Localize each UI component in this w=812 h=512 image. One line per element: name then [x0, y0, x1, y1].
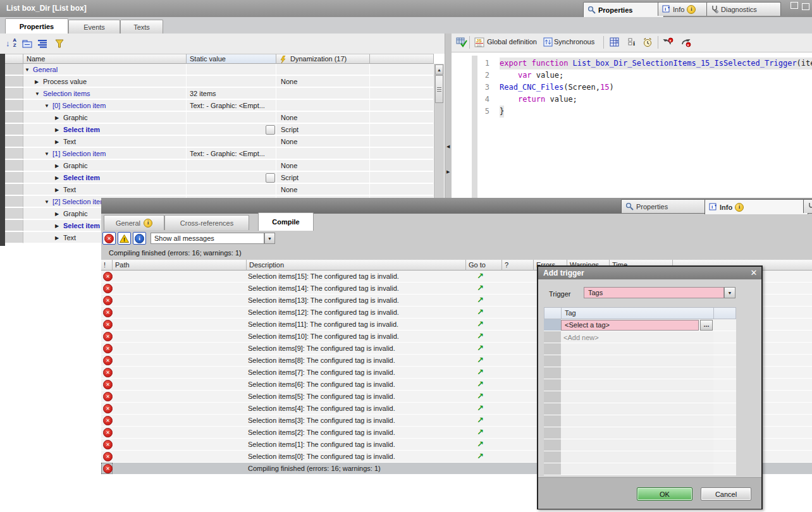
tab-diagnostics-top[interactable]: Diagnostics: [706, 2, 781, 16]
row-selector[interactable]: [5, 88, 23, 99]
expand-arrow-icon[interactable]: ▶: [55, 235, 59, 241]
tree-row[interactable]: ▼Selection items32 items: [5, 88, 434, 100]
goto-arrow-icon[interactable]: ↗: [477, 427, 484, 437]
insert-table-icon[interactable]: 1: [608, 36, 621, 49]
row-selector[interactable]: [5, 112, 23, 123]
tree-name-cell[interactable]: ▼General: [23, 64, 187, 75]
goto-arrow-icon[interactable]: ↗: [477, 439, 484, 449]
code-line[interactable]: 1export function List_box_Dir_SelectionI…: [452, 58, 812, 70]
tree-dyn-cell[interactable]: [276, 148, 370, 159]
dropdown-arrow-icon[interactable]: ▼: [264, 233, 275, 244]
goto-arrow-icon[interactable]: ↗: [477, 271, 484, 281]
goto-arrow-icon[interactable]: ↗: [477, 391, 484, 401]
tree-row[interactable]: ▼[1] Selection itemText: - Graphic: <Emp…: [5, 148, 434, 160]
message-filter-dropdown[interactable]: Show all messages: [151, 233, 264, 244]
row-selector[interactable]: [544, 319, 561, 331]
tree-static-cell[interactable]: [187, 76, 276, 87]
row-selector[interactable]: [544, 379, 561, 391]
tree-header-static-value[interactable]: Static value: [187, 54, 276, 64]
tree-static-cell[interactable]: [187, 64, 276, 75]
tree-static-cell[interactable]: Text: - Graphic: <Empt...: [187, 100, 276, 111]
collapse-arrow-icon[interactable]: ▼: [35, 91, 40, 97]
goto-arrow-icon[interactable]: ↗: [477, 355, 484, 365]
tree-static-cell[interactable]: Text: - Graphic: <Empt...: [187, 148, 276, 159]
window-controls[interactable]: [790, 3, 809, 10]
collapse-arrow-icon[interactable]: ▼: [44, 103, 49, 109]
tree-name-cell[interactable]: ▶Process value: [23, 76, 187, 87]
expand-arrow-icon[interactable]: ▶: [55, 115, 59, 121]
row-selector[interactable]: [5, 100, 23, 111]
goto-arrow-icon[interactable]: ↗: [477, 295, 484, 305]
tree-name-cell[interactable]: ▶Text: [23, 184, 187, 195]
tree-static-cell[interactable]: [187, 172, 276, 183]
select-tag-field[interactable]: <Select a tag>: [561, 320, 699, 331]
tree-row[interactable]: ▶GraphicNone: [5, 160, 434, 172]
code-line[interactable]: 5}: [452, 106, 812, 118]
row-selector[interactable]: [544, 439, 561, 451]
tab-properties-inspector[interactable]: Properties: [621, 199, 711, 213]
row-selector[interactable]: [5, 232, 23, 243]
goto-arrow-icon[interactable]: ↗: [477, 283, 484, 293]
tree-row[interactable]: ▼[0] Selection itemText: - Graphic: <Emp…: [5, 100, 434, 112]
collapse-right-icon[interactable]: ▶: [446, 169, 450, 174]
tree-dyn-cell[interactable]: None: [276, 184, 370, 195]
row-selector[interactable]: [544, 391, 561, 403]
col-header-description[interactable]: Description: [247, 260, 466, 271]
sort-az-icon[interactable]: ↓AZ: [5, 37, 18, 50]
tab-properties[interactable]: Properties: [5, 18, 68, 34]
goto-arrow-icon[interactable]: ↗: [477, 307, 484, 317]
synchronous-icon[interactable]: [541, 36, 554, 49]
tree-row[interactable]: ▶Select itemScript: [5, 124, 434, 136]
tree-name-cell[interactable]: ▶Select item: [23, 124, 187, 135]
row-selector[interactable]: [544, 463, 561, 475]
filter-warnings-button[interactable]: !: [118, 232, 131, 245]
tree-row[interactable]: ▶TextNone: [5, 184, 434, 196]
tab-properties-top[interactable]: Properties: [583, 2, 664, 17]
tree-static-cell[interactable]: [187, 160, 276, 171]
code-line[interactable]: 3Read_CNC_Files(Screen,15): [452, 82, 812, 94]
code-line[interactable]: 2 var value;: [452, 70, 812, 82]
expand-arrow-icon[interactable]: ▶: [55, 211, 59, 217]
tree-static-cell[interactable]: [187, 184, 276, 195]
tree-row[interactable]: ▶Process valueNone: [5, 76, 434, 88]
tree-dyn-cell[interactable]: None: [276, 136, 370, 147]
row-selector[interactable]: [5, 208, 23, 219]
row-selector[interactable]: [544, 427, 561, 439]
tree-name-cell[interactable]: ▼[1] Selection item: [23, 148, 187, 159]
tree-row[interactable]: ▼General: [5, 64, 434, 76]
collapse-left-icon[interactable]: ◀: [446, 144, 450, 149]
rename-reference-icon[interactable]: i: [626, 36, 639, 49]
previous-error-icon[interactable]: x: [661, 36, 674, 49]
expand-arrow-icon[interactable]: ▶: [55, 187, 59, 193]
tree-name-cell[interactable]: ▼Selection items: [23, 88, 187, 99]
filter-info-button[interactable]: i: [133, 232, 146, 245]
scrollbar-thumb[interactable]: [435, 75, 443, 103]
expand-arrow-icon[interactable]: ▶: [55, 175, 59, 181]
goto-arrow-icon[interactable]: ↗: [477, 451, 484, 461]
tab-general[interactable]: General i: [104, 215, 164, 230]
col-header-bang[interactable]: !: [101, 260, 113, 271]
col-header-path[interactable]: Path: [113, 260, 247, 271]
tree-dyn-cell[interactable]: [276, 64, 370, 75]
goto-arrow-icon[interactable]: ↗: [477, 331, 484, 341]
expand-arrow-icon[interactable]: ▶: [55, 139, 59, 145]
code-lines[interactable]: 1export function List_box_Dir_SelectionI…: [452, 58, 812, 197]
expand-arrow-icon[interactable]: ▶: [55, 127, 59, 133]
tree-dyn-cell[interactable]: None: [276, 112, 370, 123]
expand-folder-icon[interactable]: [21, 37, 34, 50]
row-selector[interactable]: [544, 451, 561, 463]
goto-arrow-icon[interactable]: ↗: [477, 319, 484, 329]
tree-row[interactable]: ▶TextNone: [5, 136, 434, 148]
row-selector[interactable]: [544, 343, 561, 355]
validate-script-icon[interactable]: [455, 36, 468, 49]
row-selector[interactable]: [544, 367, 561, 379]
tab-cross-references[interactable]: Cross-references: [164, 215, 249, 230]
embed-window-icon[interactable]: [802, 3, 809, 10]
clock-trigger-icon[interactable]: [641, 36, 654, 49]
tree-dyn-cell[interactable]: Script: [276, 124, 370, 135]
expand-arrow-icon[interactable]: ▶: [55, 223, 59, 229]
ok-button[interactable]: OK: [637, 487, 692, 501]
row-selector[interactable]: [5, 136, 23, 147]
browse-tag-button[interactable]: ...: [700, 320, 713, 331]
add-new-row[interactable]: <Add new>: [563, 334, 599, 341]
